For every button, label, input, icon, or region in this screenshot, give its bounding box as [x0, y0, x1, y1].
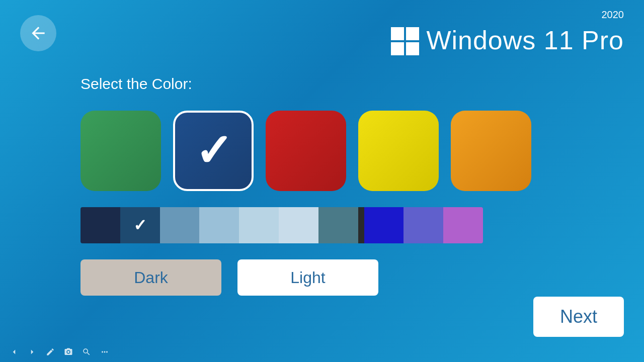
palette-gap	[358, 207, 364, 243]
color-swatches-row: ✓	[80, 111, 624, 191]
toolbar-camera-icon[interactable]	[62, 346, 74, 358]
swatch-yellow[interactable]	[358, 111, 439, 191]
toolbar-zoom-icon[interactable]	[80, 346, 93, 358]
product-name: Windows 11 Pro	[426, 25, 624, 55]
select-color-label: Select the Color:	[80, 75, 624, 93]
main-content: Select the Color: ✓ ✓ Dark Light	[80, 75, 624, 312]
swatch-orange[interactable]	[451, 111, 531, 191]
toolbar-arrow-right-icon[interactable]	[26, 346, 38, 358]
palette-strip: ✓	[80, 207, 483, 243]
palette-seg-10[interactable]	[443, 207, 483, 243]
palette-seg-7[interactable]	[318, 207, 358, 243]
year-label: 2020	[602, 9, 624, 21]
swatch-green[interactable]	[80, 111, 161, 191]
back-arrow-icon	[29, 24, 48, 43]
palette-seg-3[interactable]	[160, 207, 200, 243]
palette-seg-5[interactable]	[239, 207, 279, 243]
palette-seg-6[interactable]	[279, 207, 318, 243]
selected-checkmark-icon: ✓	[195, 128, 232, 173]
palette-seg-9[interactable]	[404, 207, 443, 243]
toolbar-more-icon[interactable]	[99, 346, 111, 358]
light-mode-button[interactable]: Light	[237, 259, 378, 296]
palette-seg-2[interactable]: ✓	[120, 207, 160, 243]
palette-seg-1[interactable]	[80, 207, 120, 243]
palette-seg-8[interactable]	[364, 207, 404, 243]
mode-buttons-row: Dark Light	[80, 259, 624, 296]
swatch-red[interactable]	[266, 111, 346, 191]
swatch-blue[interactable]: ✓	[173, 111, 254, 191]
back-button[interactable]	[20, 15, 56, 51]
bottom-toolbar	[0, 342, 644, 362]
palette-seg-4[interactable]	[199, 207, 239, 243]
dark-mode-button[interactable]: Dark	[80, 259, 221, 296]
windows-squares-icon	[391, 27, 419, 55]
palette-checkmark-icon: ✓	[133, 216, 147, 235]
windows-logo: 2020 Windows 11 Pro	[391, 11, 624, 55]
toolbar-pen-icon[interactable]	[44, 346, 56, 358]
next-button[interactable]: Next	[533, 297, 624, 337]
toolbar-arrow-left-icon[interactable]	[8, 346, 20, 358]
